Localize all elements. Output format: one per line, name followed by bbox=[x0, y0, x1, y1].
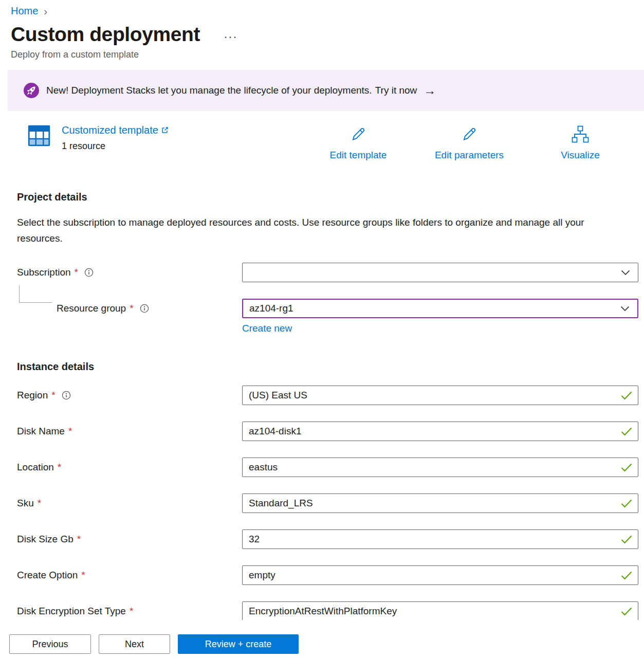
subscription-field-row: Subscription * bbox=[17, 263, 644, 282]
customized-template-link[interactable]: Customized template bbox=[62, 124, 169, 136]
chevron-down-icon bbox=[621, 270, 630, 276]
breadcrumb: Home › bbox=[0, 0, 644, 17]
sku-field-row: Sku * bbox=[17, 494, 644, 513]
field-label-text: Subscription bbox=[17, 267, 71, 278]
valid-check-icon bbox=[621, 499, 632, 508]
more-menu-button[interactable]: ··· bbox=[224, 30, 237, 43]
template-link-label: Customized template bbox=[62, 124, 158, 136]
banner-try-it-now-link[interactable]: Try it now bbox=[375, 85, 417, 96]
external-link-icon bbox=[161, 124, 169, 136]
visualize-label: Visualize bbox=[561, 150, 600, 161]
valid-check-icon bbox=[621, 391, 632, 400]
info-icon[interactable] bbox=[62, 391, 71, 400]
disk-encryption-set-type-input[interactable] bbox=[242, 601, 638, 621]
field-label-text: Resource group bbox=[57, 303, 126, 314]
resource-count: 1 resource bbox=[62, 141, 169, 152]
field-label-text: Sku bbox=[17, 498, 34, 509]
valid-check-icon bbox=[621, 427, 632, 436]
region-input[interactable] bbox=[242, 386, 638, 405]
required-asterisk: * bbox=[75, 267, 78, 278]
sku-input[interactable] bbox=[242, 494, 638, 513]
required-asterisk: * bbox=[130, 303, 133, 314]
hierarchy-icon bbox=[571, 125, 590, 145]
disk-size-gb-field-row: Disk Size Gb * bbox=[17, 529, 644, 549]
arrow-right-icon[interactable]: → bbox=[424, 84, 436, 97]
disk-size-gb-input-field[interactable] bbox=[243, 530, 621, 549]
field-label-text: Disk Size Gb bbox=[17, 534, 73, 545]
pencil-icon bbox=[461, 125, 478, 145]
required-asterisk: * bbox=[58, 462, 61, 473]
required-asterisk: * bbox=[38, 498, 41, 509]
page-title: Custom deployment bbox=[11, 23, 200, 46]
info-icon[interactable] bbox=[140, 304, 149, 313]
deployment-stacks-banner[interactable]: New! Deployment Stacks let you manage th… bbox=[8, 70, 644, 111]
rocket-icon bbox=[24, 83, 39, 98]
valid-check-icon bbox=[621, 607, 632, 616]
valid-check-icon bbox=[621, 463, 632, 472]
required-asterisk: * bbox=[81, 570, 85, 581]
visualize-button[interactable]: Visualize bbox=[524, 125, 637, 161]
required-asterisk: * bbox=[77, 534, 81, 545]
edit-template-label: Edit template bbox=[330, 150, 387, 161]
review-create-button[interactable]: Review + create bbox=[178, 634, 299, 654]
create-option-field-row: Create Option * bbox=[17, 565, 644, 585]
footer-bar: Previous Next Review + create bbox=[0, 620, 644, 658]
edit-parameters-label: Edit parameters bbox=[435, 150, 504, 161]
previous-button[interactable]: Previous bbox=[9, 634, 91, 654]
location-input-field[interactable] bbox=[243, 458, 621, 477]
disk-size-gb-input[interactable] bbox=[242, 529, 638, 549]
edit-parameters-button[interactable]: Edit parameters bbox=[413, 125, 526, 161]
disk-encryption-set-type-field-row: Disk Encryption Set Type * bbox=[17, 601, 644, 621]
project-details-form: Subscription * Resource group * bbox=[17, 263, 644, 334]
subscription-input[interactable] bbox=[243, 263, 621, 282]
disk-name-input[interactable] bbox=[242, 422, 638, 441]
field-label-text: Disk Name bbox=[17, 426, 65, 437]
required-asterisk: * bbox=[130, 606, 133, 617]
banner-message: New! Deployment Stacks let you manage th… bbox=[46, 85, 372, 96]
disk-name-input-field[interactable] bbox=[243, 422, 621, 441]
breadcrumb-separator: › bbox=[44, 6, 47, 16]
required-asterisk: * bbox=[51, 390, 55, 401]
location-field-row: Location * bbox=[17, 458, 644, 477]
region-input-field[interactable] bbox=[243, 386, 621, 405]
template-section: Customized template 1 resource Edit temp… bbox=[0, 123, 644, 168]
location-input[interactable] bbox=[242, 458, 638, 477]
resource-group-combobox[interactable] bbox=[242, 299, 638, 318]
create-option-input-field[interactable] bbox=[243, 566, 621, 584]
create-new-link[interactable]: Create new bbox=[242, 323, 292, 334]
field-label-text: Create Option bbox=[17, 570, 78, 581]
create-option-input[interactable] bbox=[242, 565, 638, 585]
project-details-description: Select the subscription to manage deploy… bbox=[17, 214, 609, 246]
chevron-down-icon bbox=[620, 306, 630, 312]
page-subtitle: Deploy from a custom template bbox=[11, 49, 644, 60]
pencil-icon bbox=[349, 125, 367, 145]
disk-encryption-set-type-input-field[interactable] bbox=[243, 602, 621, 620]
field-label-text: Location bbox=[17, 462, 54, 473]
project-details-heading: Project details bbox=[17, 191, 644, 203]
field-label-text: Region bbox=[17, 390, 48, 401]
next-button[interactable]: Next bbox=[99, 634, 170, 654]
resource-group-field-row: Resource group * bbox=[17, 299, 644, 318]
instance-details-form: Region * Disk Name * Location * bbox=[17, 386, 644, 621]
sku-input-field[interactable] bbox=[243, 494, 621, 513]
resource-group-input[interactable] bbox=[243, 300, 620, 317]
template-icon bbox=[27, 124, 51, 152]
valid-check-icon bbox=[621, 535, 632, 544]
breadcrumb-home-link[interactable]: Home bbox=[11, 5, 38, 17]
subscription-combobox[interactable] bbox=[242, 263, 638, 282]
edit-template-button[interactable]: Edit template bbox=[302, 125, 415, 161]
instance-details-heading: Instance details bbox=[17, 361, 644, 373]
required-asterisk: * bbox=[68, 426, 72, 437]
valid-check-icon bbox=[621, 571, 632, 580]
disk-name-field-row: Disk Name * bbox=[17, 422, 644, 441]
region-field-row: Region * bbox=[17, 386, 644, 405]
field-label-text: Disk Encryption Set Type bbox=[17, 606, 126, 617]
info-icon[interactable] bbox=[84, 268, 94, 277]
